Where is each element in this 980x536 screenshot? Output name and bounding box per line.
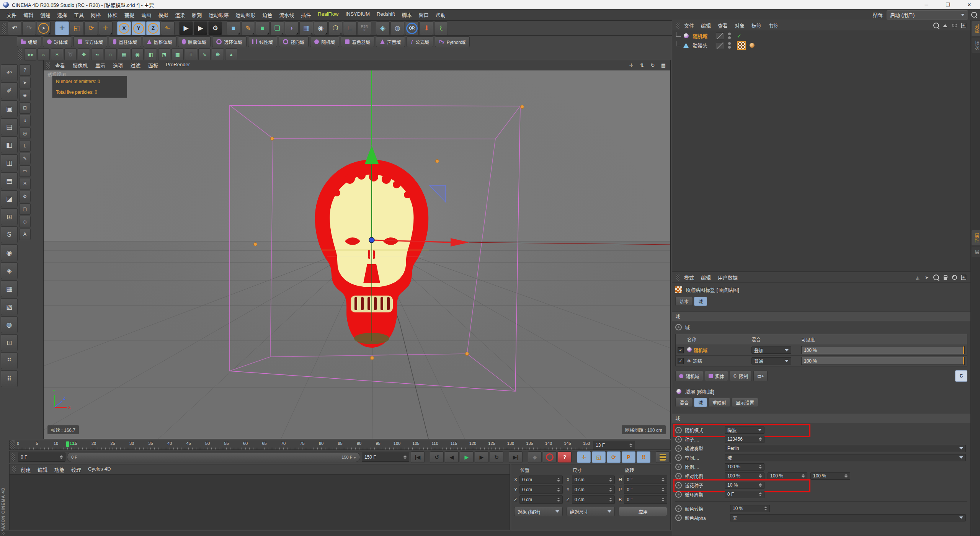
blend-mode-select[interactable]: 叠加	[751, 346, 791, 354]
section-header-2[interactable]: 域	[672, 413, 970, 423]
left-tool-icon[interactable]: ∪	[19, 115, 31, 126]
left-tool-icon[interactable]: ▦	[1, 280, 18, 297]
menu-item-编辑[interactable]: 编辑	[697, 274, 714, 281]
lock-x-axis-icon[interactable]: X	[117, 21, 131, 35]
menu-item-插件[interactable]: 插件	[297, 11, 314, 18]
left-tool-icon[interactable]: S	[19, 178, 31, 190]
stepper-icon[interactable]	[759, 483, 762, 487]
left-tool-icon[interactable]: ⬒	[1, 172, 18, 189]
mograph-tool-icon[interactable]: ❋	[212, 48, 224, 60]
lock-z-axis-icon[interactable]: Z	[146, 21, 160, 35]
cone-filter-icon[interactable]: ◭	[915, 275, 921, 281]
cone-icon[interactable]	[683, 42, 689, 49]
menu-item-流水线[interactable]: 流水线	[276, 11, 297, 18]
coord-mode-select[interactable]: 对象 (相对)	[514, 507, 563, 516]
left-tool-icon[interactable]: ⊞	[1, 208, 18, 225]
menu-item-模式[interactable]: 模式	[681, 274, 697, 281]
home-icon[interactable]	[942, 23, 948, 29]
left-tool-icon[interactable]: ◇	[19, 216, 31, 227]
param-spinner[interactable]: 10 %	[730, 505, 770, 512]
object-row-骷髅头[interactable]: 骷髅头	[672, 41, 970, 50]
record-key-button[interactable]: ◆	[528, 451, 542, 463]
menu-item-创建[interactable]: 创建	[37, 11, 54, 18]
blend-mode-select[interactable]: 普通	[751, 357, 791, 364]
stepper-icon[interactable]	[557, 488, 560, 492]
subdivision-surface-icon[interactable]: ■	[256, 21, 270, 35]
viewport-menu-显示[interactable]: 显示	[91, 62, 109, 69]
field-button-胶囊体域[interactable]: 胶囊体域	[178, 36, 211, 47]
sphere-wireframe-icon[interactable]: ◍	[390, 21, 404, 35]
coord-field-旋转-H[interactable]: H 0 °	[619, 476, 667, 484]
drag-grip[interactable]	[11, 453, 15, 461]
menu-item-选择[interactable]: 选择	[54, 11, 70, 18]
stepper-icon[interactable]	[609, 488, 612, 492]
spline-pen-icon[interactable]: ✎	[241, 21, 255, 35]
viewport-menu-查看[interactable]: 查看	[51, 62, 69, 69]
menu-item-文件[interactable]: 文件	[681, 22, 697, 29]
param-spinner[interactable]: 100 %	[810, 472, 850, 480]
primitive-cube-icon[interactable]: ■	[227, 21, 240, 35]
prev-key-button[interactable]: ↺	[430, 451, 444, 463]
add-random-field-button[interactable]: 随机域	[675, 371, 703, 381]
rotate-view-icon[interactable]: ↻	[649, 62, 657, 69]
next-frame-button[interactable]: ▶	[475, 451, 488, 463]
stepper-icon[interactable]	[60, 455, 63, 459]
menu-item-体积[interactable]: 体积	[104, 11, 121, 18]
coord-field-位置-X[interactable]: X 0 cm	[514, 476, 563, 484]
radio-icon[interactable]	[675, 445, 682, 452]
left-tool-icon[interactable]: ▭	[19, 165, 31, 177]
layer-color-box[interactable]	[716, 33, 724, 39]
menu-item-对象[interactable]: 对象	[731, 22, 748, 29]
keyframe-pla-button[interactable]: ⠿	[637, 451, 650, 463]
drag-grip[interactable]	[676, 275, 679, 281]
left-tool-icon[interactable]: L	[19, 140, 31, 152]
interface-select[interactable]: 启动 (用户)	[887, 10, 968, 20]
viewport-menu-摄像机[interactable]: 摄像机	[69, 62, 91, 69]
stepper-icon[interactable]	[557, 498, 560, 502]
psr-zero-icon[interactable]: PSR0	[358, 21, 371, 35]
menu-item-角色[interactable]: 角色	[259, 11, 276, 18]
pan-view-icon[interactable]: ✛	[627, 62, 635, 69]
instance-icon[interactable]: ❏	[270, 21, 284, 35]
floor-icon[interactable]: ▦	[299, 21, 313, 35]
minimize-icon[interactable]: ─	[916, 0, 937, 9]
coord-field-位置-Z[interactable]: Z 0 cm	[514, 495, 563, 504]
param-dropdown[interactable]: 无	[730, 514, 966, 521]
radio-icon[interactable]	[675, 427, 682, 433]
mograph-tool-icon[interactable]: ◉	[131, 48, 144, 60]
stepper-icon[interactable]	[844, 474, 848, 478]
autokey-button[interactable]	[543, 451, 557, 463]
undo-icon[interactable]: ↶	[8, 21, 21, 35]
preview-range-slider[interactable]: 0 F 150 F ▸	[67, 452, 360, 462]
mograph-tool-icon[interactable]: ▪▫	[91, 48, 103, 60]
mograph-tool-icon[interactable]: ➰	[64, 48, 77, 60]
left-tool-icon[interactable]: ⠿	[1, 370, 18, 387]
param-spinner[interactable]: 10 %	[725, 482, 764, 489]
field-button-圆锥体域[interactable]: 圆锥体域	[143, 36, 176, 47]
tab-域[interactable]: 域	[694, 398, 707, 407]
new-panel-icon[interactable]: +	[960, 275, 967, 281]
coord-field-尺寸-Y[interactable]: Y 0 cm	[567, 485, 615, 494]
character-icon[interactable]: ξ	[434, 21, 448, 35]
coord-field-尺寸-X[interactable]: X 0 cm	[567, 476, 615, 484]
zoom-view-icon[interactable]: ⇅	[638, 62, 646, 69]
visibility-dots[interactable]	[728, 33, 731, 39]
coord-field-尺寸-Z[interactable]: Z 0 cm	[567, 495, 615, 504]
left-tool-icon[interactable]: ▧	[1, 298, 18, 315]
viewport-canvas[interactable]: Y X Z 透视视图 Number of emitters: 0 Total l…	[44, 70, 670, 439]
param-spinner[interactable]: 100 %	[768, 472, 807, 480]
move-icon[interactable]: ✛	[55, 21, 69, 35]
radio-icon[interactable]	[675, 436, 682, 443]
side-tab-属性[interactable]: 属性	[972, 230, 980, 245]
coord-field-旋转-P[interactable]: P 0 °	[619, 485, 667, 494]
menu-item-动画[interactable]: 动画	[138, 11, 155, 18]
viewport-menu-过滤[interactable]: 过滤	[127, 62, 144, 69]
checkbox[interactable]: ✓	[678, 347, 684, 353]
left-tool-icon[interactable]: ✎	[19, 153, 31, 164]
menu-item-模拟[interactable]: 模拟	[155, 11, 172, 18]
field-button-径向域[interactable]: 径向域	[279, 36, 309, 47]
drag-grip[interactable]	[676, 23, 679, 29]
stepper-icon[interactable]	[764, 507, 767, 510]
menu-item-帮助[interactable]: 帮助	[432, 11, 449, 18]
mograph-tool-icon[interactable]: ▩	[172, 48, 184, 60]
